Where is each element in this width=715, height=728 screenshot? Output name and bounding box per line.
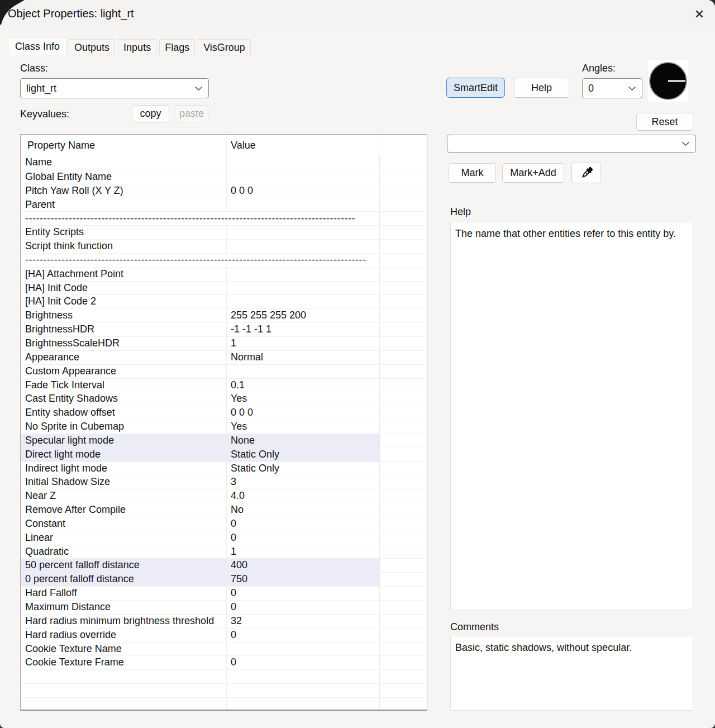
extra-cell [379,517,427,531]
table-row[interactable]: Quadratic1 [21,545,427,559]
extra-cell [379,503,427,517]
keyvalue-picker-dropdown[interactable] [447,135,696,153]
table-row[interactable]: Maximum Distance0 [21,600,427,614]
table-row[interactable]: [HA] Init Code 2 [21,294,427,308]
table-row[interactable]: Hard radius override0 [21,628,427,642]
property-value-cell [227,670,379,683]
property-name-header[interactable]: Property Name [21,135,227,156]
mark-add-button[interactable]: Mark+Add [502,163,564,183]
object-properties-dialog: Object Properties: light_rt ✕ Class Info… [0,0,715,728]
eyedropper-button[interactable] [571,163,601,183]
extra-cell [379,531,427,545]
table-row[interactable]: Global Entity Name [21,170,427,184]
copy-button[interactable]: copy [132,105,169,122]
table-row[interactable]: 0 percent falloff distance750 [21,572,427,586]
tab-strip: Class InfoOutputsInputsFlagsVisGroup [8,37,254,55]
table-row[interactable]: [HA] Init Code [21,281,427,295]
angle-dial[interactable] [648,60,688,102]
eyedropper-icon [579,165,594,181]
tab-class-info[interactable]: Class Info [8,37,67,55]
extra-cell [379,656,427,669]
tab-outputs[interactable]: Outputs [69,39,115,55]
table-row[interactable]: Brightness255 255 255 200 [21,308,427,322]
table-row[interactable]: Initial Shadow Size3 [21,475,427,489]
table-row[interactable]: Parent [21,198,427,212]
table-row[interactable]: BrightnessHDR-1 -1 -1 1 [21,322,427,336]
property-value-cell: 1 [227,337,379,350]
extra-cell [379,615,427,628]
table-row[interactable]: Fade Tick Interval0.1 [21,378,427,392]
property-name-cell: Direct light mode [21,448,227,461]
smartedit-button[interactable]: SmartEdit [446,78,505,98]
help-button[interactable]: Help [514,78,569,98]
class-dropdown[interactable]: light_rt [20,78,209,98]
extra-cell [379,337,427,350]
property-value-cell: 0 [227,656,379,669]
extra-cell [379,295,427,308]
angles-dropdown[interactable]: 0 [582,78,642,98]
table-row[interactable]: No Sprite in CubemapYes [21,420,427,434]
table-row[interactable]: Near Z4.0 [21,489,427,503]
property-name-cell: [HA] Init Code [21,282,227,295]
table-row[interactable]: Entity Scripts [21,225,427,239]
value-header[interactable]: Value [227,135,379,156]
extra-cell [379,489,427,503]
tab-visgroup[interactable]: VisGroup [198,39,251,55]
table-row[interactable] [21,683,427,697]
table-row[interactable]: Script think function [21,239,427,253]
reset-button[interactable]: Reset [636,113,693,131]
tab-flags[interactable]: Flags [159,39,195,55]
tab-inputs[interactable]: Inputs [118,39,156,55]
comments-box[interactable]: Basic, static shadows, without specular. [450,636,693,711]
table-row[interactable]: BrightnessScaleHDR1 [21,336,427,350]
property-name-cell: Script think function [21,240,227,253]
angle-dial-needle [668,80,685,82]
table-row[interactable]: ----------------------------------------… [21,211,427,225]
table-row[interactable]: Cookie Texture Name [21,642,427,656]
property-value-cell [227,698,379,711]
table-row[interactable]: Linear0 [21,531,427,545]
property-name-cell: Maximum Distance [21,601,227,614]
table-row[interactable]: Cast Entity ShadowsYes [21,392,427,406]
separator-row-dashes: ----------------------------------------… [21,212,379,225]
table-row[interactable]: Custom Appearance [21,364,427,378]
extra-cell [379,545,427,559]
property-name-cell: Initial Shadow Size [21,475,227,489]
close-icon[interactable]: ✕ [690,6,708,23]
table-row[interactable]: Pitch Yaw Roll (X Y Z)0 0 0 [21,184,427,198]
extra-cell [379,434,427,448]
table-row[interactable]: Direct light modeStatic Only [21,448,427,461]
table-row[interactable]: ----------------------------------------… [21,253,427,267]
property-name-cell: Cookie Texture Name [21,643,227,656]
property-value-cell: 3 [227,475,379,489]
table-row[interactable]: Cookie Texture Frame0 [21,655,427,669]
paste-button[interactable]: paste [175,105,208,122]
table-row[interactable]: AppearanceNormal [21,350,427,364]
table-row[interactable]: Hard radius minimum brightness threshold… [21,614,427,628]
table-row[interactable] [21,669,427,683]
table-row[interactable]: Indirect light modeStatic Only [21,461,427,475]
table-row[interactable]: Constant0 [21,517,427,531]
chevron-down-icon [681,141,690,146]
table-row[interactable]: Hard Falloff0 [21,586,427,600]
table-row[interactable]: Name [21,156,427,170]
table-row[interactable]: Specular light modeNone [21,434,427,448]
property-name-cell: Specular light mode [21,434,227,448]
table-row[interactable]: Remove After CompileNo [21,503,427,517]
property-name-cell: Appearance [21,351,227,364]
extra-cell [379,406,427,420]
property-value-cell: 4.0 [227,489,379,503]
property-name-cell: 50 percent falloff distance [21,559,227,572]
table-row[interactable] [21,697,427,711]
table-row[interactable]: 50 percent falloff distance400 [21,558,427,572]
help-text: The name that other entities refer to th… [455,228,676,239]
mark-button[interactable]: Mark [449,163,496,183]
property-table: Property Name Value NameGlobal Entity Na… [20,134,427,711]
property-value-cell: 32 [227,615,379,628]
table-row[interactable]: [HA] Attachment Point [21,267,427,281]
table-row[interactable]: Entity shadow offset0 0 0 [21,406,427,420]
extra-cell [379,254,427,267]
extra-cell [379,240,427,253]
property-name-cell: Fade Tick Interval [21,379,227,392]
property-value-cell [227,365,379,378]
